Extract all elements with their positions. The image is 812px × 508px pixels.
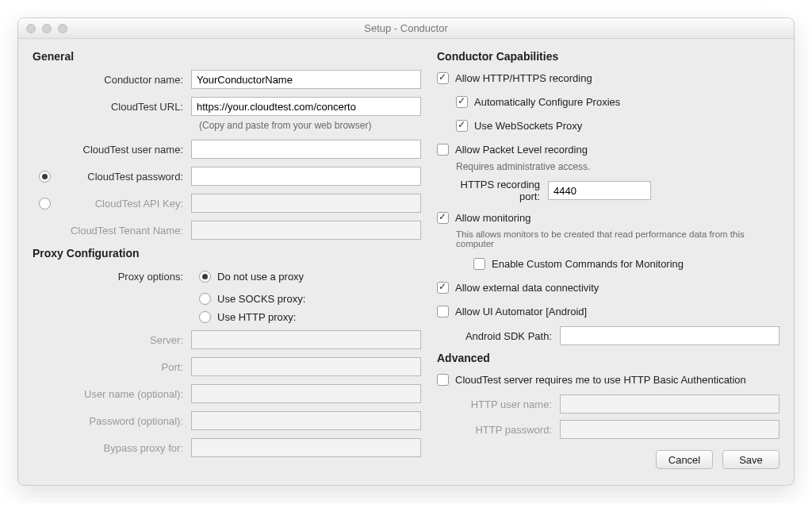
http-pass-input xyxy=(560,420,779,439)
proxy-bypass-label: Bypass proxy for: xyxy=(33,442,191,454)
allow-external-checkbox[interactable] xyxy=(437,282,449,294)
section-capabilities: Conductor Capabilities xyxy=(437,50,779,63)
proxy-port-label: Port: xyxy=(33,361,191,373)
auto-configure-label: Automatically Configure Proxies xyxy=(474,96,620,108)
allow-external-label: Allow external data connectivity xyxy=(455,282,599,294)
http-user-label: HTTP user name: xyxy=(437,398,560,410)
allow-packet-checkbox[interactable] xyxy=(437,144,449,156)
section-general: General xyxy=(33,50,421,63)
proxy-user-label: User name (optional): xyxy=(33,388,191,400)
cloudtest-url-input[interactable] xyxy=(191,97,421,116)
allow-http-label: Allow HTTP/HTTPS recording xyxy=(455,72,592,84)
auto-configure-checkbox[interactable] xyxy=(456,96,468,108)
use-ws-checkbox[interactable] xyxy=(456,120,468,132)
https-port-input[interactable] xyxy=(548,181,651,200)
packet-hint: Requires administrative access. xyxy=(456,161,779,172)
http-pass-label: HTTP password: xyxy=(437,424,560,436)
tenant-input xyxy=(191,221,421,240)
proxy-bypass-input xyxy=(191,438,421,457)
proxy-socks-label: Use SOCKS proxy: xyxy=(217,293,305,305)
proxy-noproxy-radio[interactable] xyxy=(199,271,211,283)
right-column: Conductor Capabilities Allow HTTP/HTTPS … xyxy=(437,50,779,469)
conductor-name-input[interactable] xyxy=(191,70,421,89)
allow-monitoring-label: Allow monitoring xyxy=(455,212,530,224)
monitoring-hint: This allows monitors to be created that … xyxy=(456,229,779,248)
proxy-noproxy-label: Do not use a proxy xyxy=(217,271,304,283)
section-proxy: Proxy Configuration xyxy=(33,247,421,260)
proxy-options-label: Proxy options: xyxy=(33,271,191,283)
enable-custom-checkbox[interactable] xyxy=(473,258,485,270)
use-ws-label: Use WebSockets Proxy xyxy=(474,120,582,132)
left-column: General Conductor name: CloudTest URL: (… xyxy=(33,50,421,469)
conductor-name-label: Conductor name: xyxy=(33,74,191,86)
auth-password-radio[interactable] xyxy=(39,171,51,183)
auth-apikey-radio[interactable] xyxy=(39,198,51,210)
tenant-label: CloudTest Tenant Name: xyxy=(33,225,191,237)
cloudtest-url-label: CloudTest URL: xyxy=(33,101,191,113)
proxy-user-input xyxy=(191,384,421,403)
proxy-socks-radio[interactable] xyxy=(199,293,211,305)
http-user-input xyxy=(560,394,779,414)
cloudtest-apikey-input xyxy=(191,194,421,213)
allow-packet-label: Allow Packet Level recording xyxy=(455,144,588,156)
basic-auth-label: CloudTest server requires me to use HTTP… xyxy=(455,374,746,386)
url-hint: (Copy and paste from your web browser) xyxy=(191,120,421,131)
save-button[interactable]: Save xyxy=(722,450,779,469)
android-path-input[interactable] xyxy=(560,326,779,345)
proxy-port-input xyxy=(191,357,421,376)
allow-ui-automator-checkbox[interactable] xyxy=(437,306,449,318)
proxy-http-label: Use HTTP proxy: xyxy=(217,311,296,323)
setup-window: Setup - Conductor General Conductor name… xyxy=(17,17,795,486)
cloudtest-username-label: CloudTest user name: xyxy=(83,144,183,156)
cancel-button[interactable]: Cancel xyxy=(656,450,713,469)
https-port-label: HTTPS recording port: xyxy=(437,179,548,202)
allow-ui-automator-label: Allow UI Automator [Android] xyxy=(455,306,587,318)
enable-custom-label: Enable Custom Commands for Monitoring xyxy=(492,258,684,270)
cloudtest-apikey-label: CloudTest API Key: xyxy=(56,198,191,210)
titlebar: Setup - Conductor xyxy=(18,18,794,39)
cloudtest-username-input[interactable] xyxy=(191,140,421,159)
allow-monitoring-checkbox[interactable] xyxy=(437,212,449,224)
section-advanced: Advanced xyxy=(437,352,779,364)
basic-auth-checkbox[interactable] xyxy=(437,374,449,386)
proxy-pass-label: Password (optional): xyxy=(33,415,191,427)
window-title: Setup - Conductor xyxy=(18,22,794,34)
content: General Conductor name: CloudTest URL: (… xyxy=(18,39,794,485)
cloudtest-password-label: CloudTest password: xyxy=(56,171,191,183)
allow-http-checkbox[interactable] xyxy=(437,72,449,84)
cloudtest-password-input[interactable] xyxy=(191,167,421,186)
proxy-server-input xyxy=(191,330,421,349)
android-path-label: Android SDK Path: xyxy=(437,330,560,342)
proxy-pass-input xyxy=(191,411,421,430)
proxy-server-label: Server: xyxy=(33,334,191,346)
proxy-http-radio[interactable] xyxy=(199,311,211,323)
